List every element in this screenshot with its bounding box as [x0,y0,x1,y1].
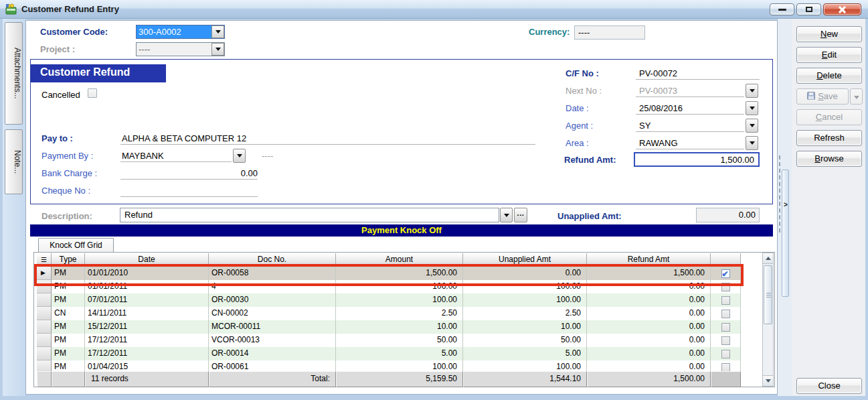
payment-by-value[interactable]: MAYBANK [122,151,164,161]
customer-code-value[interactable]: 300-A0002 [137,25,211,38]
description-ellipsis-button[interactable]: ··· [514,208,527,222]
date-label: Date : [566,103,589,113]
customer-code-dropdown-button[interactable] [211,25,224,38]
table-row[interactable]: PM 15/12/2011 MCOR-00011 10.00 10.00 0.0… [37,320,741,334]
tab-attachments[interactable]: Attachments... [5,22,23,125]
row-checkbox[interactable] [721,323,730,332]
cell-amount: 5.00 [336,347,463,360]
cell-type: PM [52,320,85,334]
table-row[interactable]: CN 14/11/2011 CN-00002 2.50 2.50 0.00 [37,307,741,320]
refund-amt-field[interactable]: 1,500.00 [634,152,760,167]
cell-doc: OR-00030 [209,293,336,307]
chevron-down-icon [504,214,509,217]
date-underline [636,114,744,115]
row-indicator: ▶ [37,267,52,280]
chevron-down-icon [750,141,755,145]
row-checkbox[interactable] [721,363,730,372]
grid-scrollbar[interactable] [762,253,774,387]
column-header-refund-amt[interactable]: Refund Amt [587,253,711,267]
row-checkbox[interactable] [721,283,730,291]
maximize-icon [806,7,812,12]
close-window-button[interactable] [823,3,861,15]
cell-unapplied: 50.00 [463,334,587,347]
footer-check [711,371,741,387]
agent-dropdown-button[interactable] [746,119,758,133]
cell-unapplied: 100.00 [463,360,587,371]
column-header-type[interactable]: Type [52,253,85,267]
row-indicator [37,360,52,371]
payment-by-suffix: ---- [262,151,273,161]
area-dropdown-button[interactable] [746,136,758,150]
column-header-doc-no[interactable]: Doc No. [209,253,336,267]
row-checkbox[interactable] [721,350,730,358]
panel-splitter[interactable] [782,170,789,297]
row-indicator [37,320,52,334]
area-value[interactable]: RAWANG [639,138,678,148]
cell-amount: 1,500.00 [336,267,463,280]
grid-options-icon[interactable]: ☰ [37,253,52,267]
cell-unapplied: 2.50 [463,307,587,320]
maximize-button[interactable] [796,3,821,15]
save-dropdown-button[interactable] [850,88,863,105]
minimize-button[interactable] [770,3,794,15]
table-row-clipped[interactable]: PM 01/04/2015 OR-00061 100.00 100.00 0.0… [37,360,741,371]
project-dropdown-button[interactable] [211,43,224,56]
table-row[interactable]: PM 07/01/2011 OR-00030 100.00 100.00 0.0… [37,293,741,307]
row-checkbox[interactable] [721,269,730,278]
scroll-up-button[interactable] [763,253,773,264]
footer-indicator [37,371,52,387]
cell-type: PM [52,360,85,371]
new-button[interactable]: New [796,26,862,42]
bank-charge-underline [120,179,258,180]
date-value[interactable]: 25/08/2016 [639,103,683,113]
cell-unapplied: 100.00 [463,280,587,293]
knock-off-grid: ☰ Type Date Doc No. Amount Unapplied Amt… [37,253,741,387]
close-button[interactable]: Close [796,378,862,394]
customer-code-combobox[interactable]: 300-A0002 [136,25,225,39]
unapplied-total: 1,544.10 [463,371,587,387]
scrollbar-thumb[interactable] [764,265,772,324]
column-header-check[interactable] [711,253,741,267]
tab-note[interactable]: Note... [5,129,23,194]
scroll-down-button[interactable] [763,375,773,386]
table-row[interactable]: ▶ PM 01/01/2010 OR-00058 1,500.00 0.00 1… [37,267,741,280]
cf-no-value: PV-00072 [639,68,677,78]
next-no-underline [636,96,744,97]
payment-by-dropdown-button[interactable] [233,149,246,163]
cell-refund: 0.00 [587,334,711,347]
tab-knock-off-grid[interactable]: Knock Off Grid [38,238,114,253]
column-header-date[interactable]: Date [85,253,209,267]
agent-underline [636,131,744,132]
save-button[interactable]: Save [796,88,849,105]
column-header-unapplied-amt[interactable]: Unapplied Amt [463,253,587,267]
description-field[interactable]: Refund [120,208,499,222]
row-checkbox[interactable] [721,310,730,318]
arrow-up-icon [766,257,771,260]
cell-date: 17/12/2011 [85,347,209,360]
table-row[interactable]: PM 17/12/2011 OR-00014 5.00 5.00 0.00 [37,347,741,360]
description-dropdown-button[interactable] [500,208,513,222]
row-checkbox[interactable] [721,336,730,345]
bank-charge-value[interactable]: 0.00 [120,168,258,178]
column-header-amount[interactable]: Amount [336,253,463,267]
delete-button[interactable]: Delete [796,68,862,84]
table-row[interactable]: PM 01/01/2011 4 106.00 100.00 0.00 [37,280,741,293]
selected-row-marker-icon: ▶ [41,269,46,276]
project-combobox[interactable]: ---- [136,42,225,56]
cancel-button[interactable]: Cancel [796,109,862,125]
next-no-dropdown-button[interactable] [746,84,758,98]
date-dropdown-button[interactable] [746,101,758,115]
cancelled-checkbox[interactable] [88,88,97,98]
pay-to-value[interactable]: ALPHA & BETA COMPUTER 12 [122,133,246,143]
row-indicator [37,307,52,320]
cell-amount: 100.00 [336,360,463,371]
edit-button[interactable]: Edit [796,47,862,63]
browse-button[interactable]: Browse [796,151,862,167]
splitter-dashes [779,155,780,232]
refresh-button[interactable]: Refresh [796,130,862,146]
agent-value[interactable]: SY [639,121,650,131]
table-row[interactable]: PM 17/12/2011 VCOR-00013 50.00 50.00 0.0… [37,334,741,347]
row-checkbox[interactable] [721,296,730,305]
cell-type: PM [52,280,85,293]
splitter-collapse-arrow[interactable]: > [782,201,789,208]
